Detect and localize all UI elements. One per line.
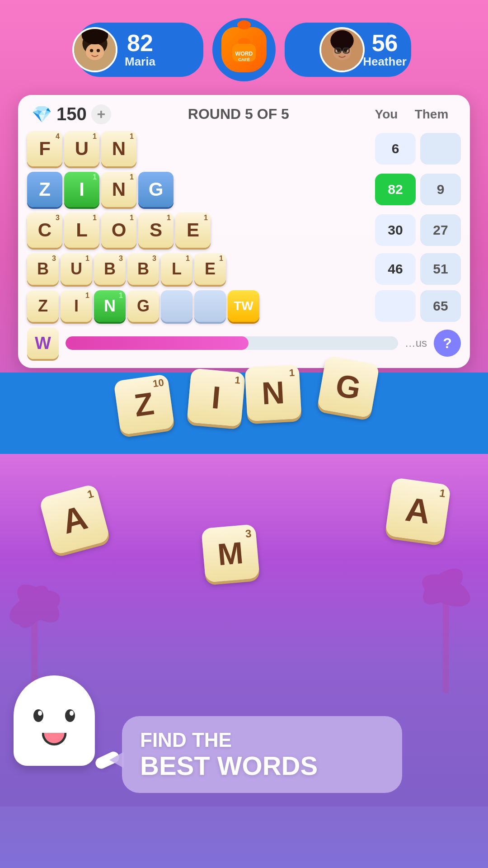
mascot: [14, 675, 113, 793]
tray-tile-N[interactable]: N1: [244, 364, 301, 421]
header: 82 Maria WORD CAFÉ 56 Heather: [0, 0, 488, 90]
word-row-2: Z I1 N1 G 82 9: [27, 172, 461, 207]
speech-bubble-tail: [109, 752, 124, 768]
tile-B2[interactable]: B3: [94, 253, 126, 285]
letter-tray: Z10 I1 N1 G: [0, 373, 488, 454]
avatar-maria: [72, 27, 117, 72]
tiles-fun: F4 U1 N1: [27, 131, 373, 166]
score-you-4: 46: [375, 253, 416, 285]
player-right-card: 56 Heather: [285, 23, 411, 77]
tile-N2[interactable]: N1: [101, 172, 136, 207]
player-left-name: Maria: [125, 55, 155, 69]
ghost-mouth: [42, 733, 67, 745]
speech-bubble: FIND THE BEST WORDS: [122, 716, 402, 793]
score-you-5: [375, 290, 416, 322]
tile-B1[interactable]: B3: [27, 253, 59, 285]
word-row-3: C3 L1 O1 S1 E1 30 27: [27, 212, 461, 248]
progress-bar-fill: [66, 336, 249, 350]
help-button[interactable]: ?: [434, 330, 461, 357]
word-row-1: F4 U1 N1 6: [27, 131, 461, 166]
tile-Z[interactable]: Z: [27, 172, 62, 207]
tile-I-green[interactable]: I1: [64, 172, 99, 207]
progress-bar: [66, 336, 398, 350]
tile-B3[interactable]: B3: [127, 253, 159, 285]
panel-header: 💎 150 + ROUND 5 OF 5 You Them: [27, 104, 461, 124]
mascot-area: FIND THE BEST WORDS: [0, 675, 488, 807]
scores-bubble: 46 51: [375, 253, 461, 285]
score-them-4: 51: [420, 253, 461, 285]
add-gems-button[interactable]: +: [91, 104, 111, 124]
tile-empty-1: [161, 290, 192, 322]
tiles-zing2: Z I1 N1 G TW: [27, 290, 373, 322]
tile-O[interactable]: O1: [101, 212, 136, 248]
tile-N[interactable]: N1: [101, 131, 136, 166]
word-row-4: B3 U1 B3 B3 L1 E1 46 51: [27, 253, 461, 285]
tile-E[interactable]: E1: [175, 212, 211, 248]
game-panel: 💎 150 + ROUND 5 OF 5 You Them F4 U1 N1 6…: [18, 95, 470, 368]
ghost-body: [14, 675, 95, 766]
scores-close: 30 27: [375, 214, 461, 246]
svg-point-25: [330, 30, 354, 51]
tile-L[interactable]: L1: [64, 212, 99, 248]
score-them-1: [420, 133, 461, 165]
tiles-close: C3 L1 O1 S1 E1: [27, 212, 373, 248]
svg-point-16: [90, 49, 93, 52]
ghost-eye-right: [65, 709, 75, 722]
bonus-text: …us: [405, 337, 427, 349]
tray-tile-I[interactable]: I1: [187, 368, 245, 427]
col-header-them: Them: [411, 107, 452, 122]
tile-F[interactable]: F4: [27, 131, 62, 166]
tile-U2[interactable]: U1: [61, 253, 92, 285]
svg-point-17: [97, 49, 100, 52]
gem-count: 150: [56, 104, 87, 124]
w-tile: W: [27, 327, 59, 359]
float-tile-A1[interactable]: A1: [38, 483, 110, 555]
player-left-card: 82 Maria: [77, 23, 203, 77]
speech-text-line2: BEST WORDS: [140, 751, 384, 780]
ghost-eye-left: [33, 709, 43, 722]
tray-tile-G[interactable]: G: [317, 355, 380, 418]
tile-C[interactable]: C3: [27, 212, 62, 248]
tray-tile-Z[interactable]: Z10: [113, 374, 175, 435]
svg-text:CAFÉ: CAFÉ: [238, 57, 250, 62]
tile-L2[interactable]: L1: [161, 253, 192, 285]
speech-text-line1: FIND THE: [140, 729, 384, 751]
tiles-bubble: B3 U1 B3 B3 L1 E1: [27, 253, 373, 285]
svg-point-15: [86, 43, 104, 60]
score-you-3: 30: [375, 214, 416, 246]
score-you-2: 82: [375, 174, 416, 205]
tiles-zing: Z I1 N1 G: [27, 172, 373, 207]
tile-E2[interactable]: E1: [194, 253, 226, 285]
tile-G2[interactable]: G: [127, 290, 159, 322]
score-them-5: 65: [420, 290, 461, 322]
tile-G-blue[interactable]: G: [138, 172, 174, 207]
col-header-you: You: [366, 107, 407, 122]
tile-empty-2: [194, 290, 226, 322]
progress-row: W …us ?: [27, 327, 461, 359]
tile-U[interactable]: U1: [64, 131, 99, 166]
powerup-button[interactable]: WORD CAFÉ: [212, 18, 276, 81]
scores-zing: 82 9: [375, 174, 461, 205]
player-right-name: Heather: [363, 55, 407, 69]
score-them-2: 9: [420, 174, 461, 205]
round-indicator: ROUND 5 OF 5: [188, 106, 289, 123]
tile-N3-green[interactable]: N1: [94, 290, 126, 322]
gems-display: 💎 150 +: [32, 104, 111, 124]
avatar-heather: [319, 27, 365, 72]
float-tile-A2[interactable]: A1: [385, 477, 451, 544]
word-row-5: Z I1 N1 G TW 65: [27, 290, 461, 322]
tile-S[interactable]: S1: [138, 212, 174, 248]
scores-zing2: 65: [375, 290, 461, 322]
scores-fun: 6: [375, 133, 461, 165]
powerup-bag-icon: WORD CAFÉ: [221, 27, 267, 72]
float-tile-M[interactable]: M3: [201, 524, 260, 583]
player-right-score: 56: [363, 31, 407, 55]
gem-icon: 💎: [32, 105, 52, 124]
floating-tiles-area: A1 M3 A1: [0, 454, 488, 635]
player-right-info: 56 Heather: [363, 31, 407, 69]
tile-Z2[interactable]: Z: [27, 290, 59, 322]
svg-point-26: [337, 49, 340, 52]
tile-tw[interactable]: TW: [228, 290, 259, 322]
score-you-1: 6: [375, 133, 416, 165]
tile-I2[interactable]: I1: [61, 290, 92, 322]
